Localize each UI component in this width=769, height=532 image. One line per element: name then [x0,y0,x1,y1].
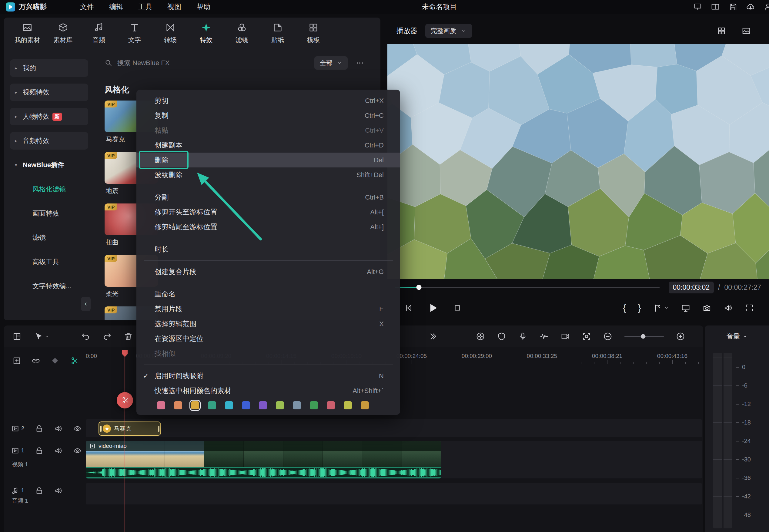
more-icon[interactable] [356,59,364,67]
split-at-playhead-button[interactable] [117,392,133,408]
quality-dropdown[interactable]: 完整画质 [425,24,472,38]
menu-item-delete[interactable]: 删除 Del [136,153,400,167]
track-lane-audio1[interactable] [86,483,702,504]
seek-bar[interactable] [395,287,660,288]
color-swatch-purple[interactable] [259,401,267,409]
audio-mixer-icon[interactable] [539,332,548,341]
layout-grid-icon[interactable] [717,26,726,35]
sidebar-item-picture-effects[interactable]: 画面特效 [10,205,88,222]
sidebar-item-people-effects[interactable]: ▸ 人物特效 新 [10,108,88,125]
color-swatch-rose[interactable] [327,401,335,409]
menu-divider[interactable] [144,283,393,283]
sidebar-item-filters[interactable]: 滤镜 [10,229,88,246]
visibility-icon[interactable] [73,447,81,455]
preview-image-icon[interactable] [742,26,751,35]
menu-item-disable-clip[interactable]: 禁用片段 E [136,302,400,316]
filter-dropdown[interactable]: 全部 [314,56,348,70]
marker-button[interactable] [653,303,669,312]
menu-item-trim-end[interactable]: 修剪结尾至游标位置 Alt+] [136,220,400,234]
tab-audio[interactable]: 音频 [81,22,117,48]
tab-stickers[interactable]: 贴纸 [260,22,296,48]
zoom-in-button[interactable] [676,332,685,341]
export-icon[interactable] [693,2,702,12]
sidebar-item-text-effects[interactable]: 文字特效编... [10,277,88,295]
quick-split-icon[interactable] [70,356,78,365]
color-swatch-pink[interactable] [157,401,165,409]
stop-button[interactable] [453,303,462,312]
menu-divider[interactable] [144,238,393,238]
menu-item-find-similar[interactable]: 找相似 [136,346,400,361]
sidebar-item-newblue-plugins[interactable]: ▾ NewBlue插件 [10,156,88,174]
clip-mosaic-effect[interactable]: 马赛克 [98,421,161,436]
menu-divider[interactable] [144,365,393,365]
track-layout-icon[interactable] [12,332,22,341]
menu-item-duration[interactable]: 时长 [136,242,400,257]
keyframe-icon[interactable] [51,356,59,365]
color-swatch-amber[interactable] [361,401,369,409]
tab-filters[interactable]: 滤镜 [224,22,260,48]
dual-display-button[interactable] [681,303,690,312]
undo-button[interactable] [81,332,90,341]
menu-item-rename[interactable]: 重命名 [136,287,400,302]
link-clips-icon[interactable] [31,356,40,365]
menu-item-locate-in-media[interactable]: 在资源区中定位 [136,331,400,346]
visibility-icon[interactable] [73,425,81,433]
color-swatch-cyan[interactable] [225,401,233,409]
color-swatch-teal[interactable] [208,401,216,409]
color-swatch-lime[interactable] [276,401,284,409]
mark-in-button[interactable]: { [623,303,626,312]
lock-icon[interactable] [35,487,43,495]
collapse-sidebar-button[interactable] [81,297,91,311]
menu-item-copy[interactable]: 复制 Ctrl+C [136,108,400,123]
color-swatch-green[interactable] [310,401,318,409]
play-button[interactable] [427,302,439,314]
menu-tools[interactable]: 工具 [131,2,160,12]
mark-out-button[interactable]: } [638,303,641,312]
sidebar-item-stylize-filters[interactable]: 风格化滤镜 [10,180,88,198]
sidebar-item-audio-effects[interactable]: ▸ 音频特效 [10,132,88,150]
motion-effects-icon[interactable] [476,332,485,341]
seek-bar-handle[interactable] [416,285,422,290]
sidebar-item-advanced-tools[interactable]: 高级工具 [10,253,88,271]
color-swatch-gray-blue[interactable] [293,401,301,409]
snapshot-button[interactable] [702,303,711,312]
menu-file[interactable]: 文件 [72,2,101,12]
menu-item-timeline-snap[interactable]: ✓ 启用时间线吸附 N [136,368,400,383]
screen-record-icon[interactable] [561,332,570,341]
auto-reframe-icon[interactable] [582,332,591,341]
menu-item-cut[interactable]: 剪切 Ctrl+X [136,93,400,108]
zoom-slider-handle[interactable] [641,334,646,339]
menu-item-select-same-color[interactable]: 快速选中相同颜色的素材 Alt+Shift+` [136,383,400,398]
more-tools-icon[interactable] [429,332,438,341]
track-lane-video2[interactable] [86,419,702,437]
playhead-line[interactable] [124,350,125,532]
mute-icon[interactable] [54,447,62,455]
menu-item-compound-clip[interactable]: 创建复合片段 Alt+G [136,264,400,279]
tab-transitions[interactable]: 转场 [152,22,188,48]
add-media-icon[interactable] [12,356,21,365]
tab-effects[interactable]: 特效 [188,22,224,48]
tab-stock[interactable]: 素材库 [45,22,81,48]
menu-item-paste[interactable]: 粘贴 Ctrl+V [136,123,400,138]
delete-button[interactable] [124,332,133,341]
save-icon[interactable] [728,2,738,12]
menu-divider[interactable] [144,260,393,261]
volume-header[interactable]: 音量 [705,325,769,347]
menu-divider[interactable] [144,186,393,186]
account-icon[interactable] [764,2,769,12]
zoom-out-button[interactable] [603,332,612,341]
search-input[interactable] [117,59,310,67]
tab-templates[interactable]: 模板 [296,22,331,48]
menu-item-ripple-delete[interactable]: 波纹删除 Shift+Del [136,167,400,182]
color-swatch-blue[interactable] [242,401,250,409]
menu-item-select-range[interactable]: 选择剪辑范围 X [136,316,400,331]
fullscreen-button[interactable] [745,303,754,312]
menu-item-duplicate[interactable]: 创建副本 Ctrl+D [136,138,400,153]
lock-icon[interactable] [35,447,43,455]
lock-icon[interactable] [35,425,43,433]
mute-icon[interactable] [54,425,62,433]
menu-view[interactable]: 视图 [160,2,189,12]
color-swatch-orange[interactable] [174,401,182,409]
clip-video-miao[interactable]: video-miao [86,441,441,478]
color-swatch-yellow[interactable] [191,401,199,409]
